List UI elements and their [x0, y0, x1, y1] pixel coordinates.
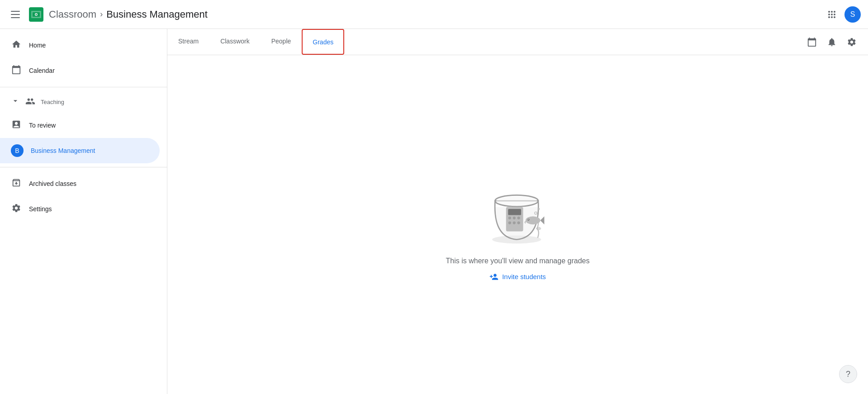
sidebar: Home Calendar Teaching To review	[0, 29, 167, 394]
archive-icon	[11, 178, 22, 190]
header: Classroom › Business Management S	[0, 0, 868, 29]
svg-rect-18	[508, 209, 522, 215]
home-label: Home	[29, 42, 46, 49]
home-icon	[11, 39, 22, 52]
page-name: Business Management	[106, 9, 208, 20]
settings-icon	[11, 203, 22, 215]
user-avatar[interactable]: S	[844, 6, 861, 23]
svg-point-24	[517, 221, 520, 224]
svg-point-7	[834, 11, 835, 13]
calendar-label: Calendar	[29, 67, 55, 74]
sidebar-item-archived[interactable]: Archived classes	[0, 171, 160, 196]
sidebar-item-calendar[interactable]: Calendar	[0, 58, 160, 83]
svg-point-31	[536, 220, 540, 222]
notifications-button[interactable]	[823, 33, 841, 51]
svg-point-9	[831, 14, 833, 15]
svg-point-19	[508, 216, 511, 219]
people-icon	[25, 96, 35, 108]
tab-stream[interactable]: Stream	[167, 29, 209, 55]
invite-students-button[interactable]: Invite students	[489, 272, 546, 281]
main-content: This is where you'll view and manage gra…	[167, 55, 868, 394]
sidebar-item-business-management[interactable]: B Business Management	[0, 138, 160, 163]
main-layout: Home Calendar Teaching To review	[0, 29, 868, 394]
empty-state: This is where you'll view and manage gra…	[446, 168, 590, 281]
sidebar-item-settings[interactable]: Settings	[0, 196, 160, 222]
empty-state-text: This is where you'll view and manage gra…	[446, 257, 590, 265]
svg-point-5	[828, 11, 830, 13]
review-icon	[11, 119, 22, 132]
content-area: Stream Classwork People Grades	[167, 29, 868, 394]
sidebar-item-home[interactable]: Home	[0, 33, 160, 58]
tabs-bar: Stream Classwork People Grades	[167, 29, 868, 55]
settings-label: Settings	[29, 205, 52, 213]
menu-button[interactable]	[7, 7, 24, 22]
header-left: Classroom › Business Management	[7, 7, 823, 22]
header-title: Classroom › Business Management	[49, 9, 208, 20]
breadcrumb-separator: ›	[100, 9, 103, 19]
invite-students-label: Invite students	[502, 273, 546, 280]
sidebar-item-to-review[interactable]: To review	[0, 113, 160, 138]
to-review-label: To review	[29, 122, 56, 129]
class-avatar: B	[11, 144, 24, 157]
tab-grades[interactable]: Grades	[302, 29, 344, 55]
app-name: Classroom	[49, 9, 96, 20]
chevron-down-icon	[11, 96, 20, 108]
teaching-section[interactable]: Teaching	[0, 91, 167, 113]
svg-point-21	[517, 216, 520, 219]
header-right: S	[823, 5, 861, 24]
svg-point-6	[831, 11, 833, 13]
apps-button[interactable]	[823, 5, 841, 24]
tabs-right-actions	[803, 33, 868, 51]
svg-point-30	[536, 227, 541, 230]
calendar-tab-button[interactable]	[803, 33, 821, 51]
svg-point-27	[528, 219, 529, 220]
svg-point-10	[834, 14, 835, 15]
tab-people[interactable]: People	[261, 29, 302, 55]
teaching-label: Teaching	[41, 99, 64, 105]
divider-1	[0, 87, 167, 87]
svg-point-8	[828, 14, 830, 15]
svg-point-20	[513, 216, 516, 219]
classroom-logo	[29, 7, 43, 22]
svg-point-16	[497, 196, 537, 205]
divider-2	[0, 167, 167, 167]
svg-point-22	[508, 221, 511, 224]
svg-point-23	[513, 221, 516, 224]
svg-point-11	[828, 16, 830, 18]
tab-classwork[interactable]: Classwork	[209, 29, 261, 55]
grades-illustration	[472, 168, 563, 250]
svg-point-13	[834, 16, 835, 18]
svg-point-12	[831, 16, 833, 18]
archived-label: Archived classes	[29, 180, 76, 187]
settings-tab-button[interactable]	[843, 33, 861, 51]
business-management-label: Business Management	[31, 147, 95, 154]
help-button[interactable]: ?	[839, 365, 857, 383]
calendar-icon	[11, 65, 22, 77]
svg-point-4	[36, 14, 37, 15]
